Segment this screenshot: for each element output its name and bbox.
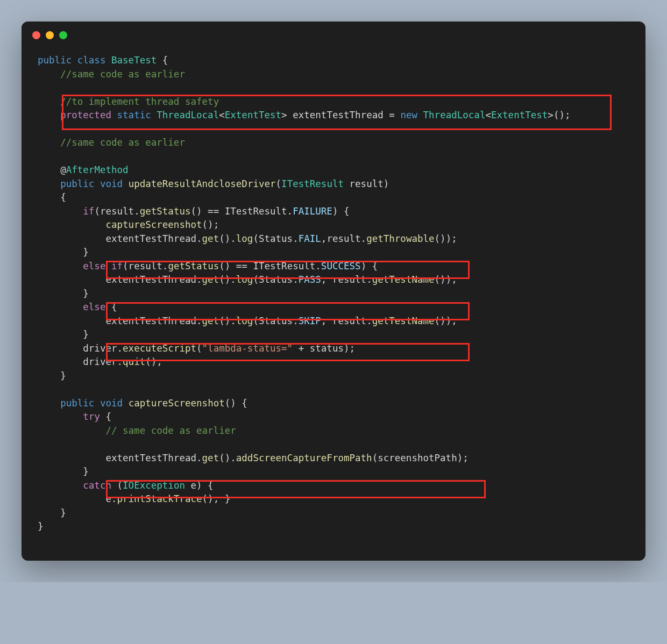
punc: ( bbox=[196, 343, 202, 354]
const-fail: FAIL bbox=[299, 233, 321, 244]
brace: e) { bbox=[185, 480, 214, 491]
param: result) bbox=[344, 178, 389, 189]
code-text: () == ITestResult. bbox=[191, 206, 293, 217]
punc: ()); bbox=[435, 233, 457, 244]
method-call: get bbox=[202, 274, 219, 285]
brace: ) { bbox=[361, 261, 378, 271]
brace: } bbox=[60, 370, 66, 381]
method-call: getStatus bbox=[140, 206, 191, 217]
keyword-protected: protected bbox=[60, 110, 111, 120]
brace: } bbox=[83, 288, 89, 299]
method-call: getThrowable bbox=[366, 233, 434, 244]
code-text: , result. bbox=[321, 274, 372, 285]
string-literal: "lambda-status=" bbox=[202, 343, 293, 354]
method-call: log bbox=[236, 233, 253, 244]
keyword-if: if bbox=[83, 206, 94, 217]
brace: () { bbox=[225, 398, 247, 409]
keyword-public: public bbox=[60, 178, 94, 189]
comment: //to implement thread safety bbox=[60, 96, 219, 107]
method-name: updateResultAndcloseDriver bbox=[129, 178, 276, 189]
code-text: (). bbox=[219, 274, 236, 285]
close-icon[interactable] bbox=[32, 31, 40, 39]
keyword-public: public bbox=[38, 55, 72, 66]
brace: { bbox=[100, 411, 111, 422]
code-block: public class BaseTest { //same code as e… bbox=[22, 48, 645, 545]
keyword-else: else bbox=[83, 302, 105, 312]
code-text: + status); bbox=[293, 343, 355, 354]
brace: } bbox=[83, 466, 89, 477]
type-ioexception: IOException bbox=[123, 480, 185, 491]
code-text: , result. bbox=[321, 316, 372, 326]
const-failure: FAILURE bbox=[293, 206, 332, 217]
brace: (); } bbox=[202, 493, 231, 504]
annotation-at: @ bbox=[60, 164, 66, 175]
method-call: log bbox=[236, 316, 253, 326]
method-call: get bbox=[202, 316, 219, 326]
punc: ( bbox=[111, 480, 123, 491]
type-threadlocal: ThreadLocal bbox=[157, 110, 219, 120]
brace: } bbox=[38, 521, 44, 532]
window-titlebar bbox=[22, 22, 645, 48]
brace: } bbox=[83, 329, 89, 340]
brace: { bbox=[105, 302, 117, 312]
const-success: SUCCESS bbox=[321, 261, 361, 271]
code-text: e. bbox=[105, 493, 117, 504]
code-text: (). bbox=[219, 316, 236, 326]
annotation: AfterMethod bbox=[66, 164, 129, 175]
punc: (); bbox=[202, 219, 219, 230]
const-pass: PASS bbox=[299, 274, 321, 285]
code-text: (screenshotPath); bbox=[372, 453, 469, 463]
method-call: getTestName bbox=[372, 316, 435, 326]
code-text: extentTestThread. bbox=[105, 453, 202, 463]
brace: } bbox=[60, 507, 66, 518]
code-text: ,result. bbox=[321, 233, 366, 244]
keyword-public: public bbox=[60, 398, 94, 409]
brace: { bbox=[157, 55, 168, 66]
brace: ) { bbox=[332, 206, 350, 217]
method-call: executeScript bbox=[123, 343, 196, 354]
method-name: captureScreenshot bbox=[129, 398, 225, 409]
minimize-icon[interactable] bbox=[46, 31, 54, 39]
code-text: (). bbox=[219, 233, 236, 244]
method-call: printStackTrace bbox=[117, 493, 202, 504]
method-call: get bbox=[202, 233, 219, 244]
const-skip: SKIP bbox=[299, 316, 321, 326]
keyword-if: if bbox=[111, 261, 123, 271]
code-text: extentTestThread. bbox=[105, 316, 202, 326]
keyword-else: else bbox=[83, 261, 105, 271]
punc: ()); bbox=[435, 274, 457, 285]
maximize-icon[interactable] bbox=[59, 31, 67, 39]
punc: (); bbox=[145, 356, 162, 367]
keyword-try: try bbox=[83, 411, 100, 422]
method-call: get bbox=[202, 453, 219, 463]
method-call: getStatus bbox=[168, 261, 219, 271]
type-itestresult: ITestResult bbox=[281, 178, 344, 189]
comment: //same code as earlier bbox=[60, 69, 185, 80]
code-text: extentTestThread. bbox=[105, 274, 202, 285]
method-call: getTestName bbox=[372, 274, 435, 285]
brace: { bbox=[60, 192, 66, 203]
code-text: (result. bbox=[123, 261, 168, 271]
method-call: log bbox=[236, 274, 253, 285]
code-text: (Status. bbox=[253, 233, 298, 244]
punc: (); bbox=[554, 110, 571, 120]
comment: // same code as earlier bbox=[105, 425, 236, 436]
class-name: BaseTest bbox=[111, 55, 157, 66]
keyword-new: new bbox=[400, 110, 417, 120]
code-text: driver. bbox=[83, 356, 123, 367]
keyword-catch: catch bbox=[83, 480, 111, 491]
var-name: extentTestThread = bbox=[287, 110, 401, 120]
punc: ()); bbox=[435, 316, 457, 326]
code-text: (result. bbox=[94, 206, 139, 217]
code-window: public class BaseTest { //same code as e… bbox=[22, 22, 645, 561]
keyword-void: void bbox=[100, 178, 123, 189]
brace: } bbox=[83, 247, 89, 257]
method-call: captureScreenshot bbox=[105, 219, 202, 230]
type-extenttest: ExtentTest bbox=[225, 110, 281, 120]
code-text: (Status. bbox=[253, 316, 298, 326]
keyword-static: static bbox=[117, 110, 151, 120]
type-extenttest: ExtentTest bbox=[491, 110, 548, 120]
type-threadlocal: ThreadLocal bbox=[423, 110, 486, 120]
code-text: (). bbox=[219, 453, 236, 463]
code-text: () == ITestResult. bbox=[219, 261, 321, 271]
